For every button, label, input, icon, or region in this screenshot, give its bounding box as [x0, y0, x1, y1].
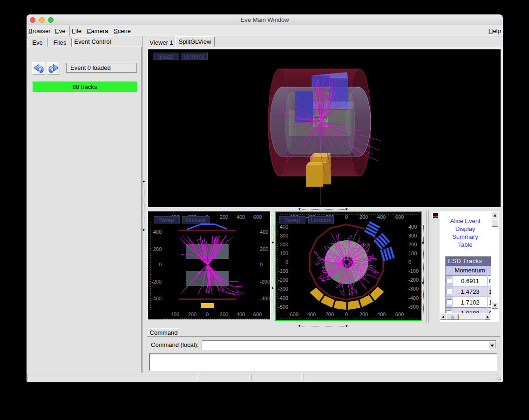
svg-text:600: 600 — [395, 312, 404, 317]
svg-text:100: 100 — [408, 251, 417, 256]
svg-text:-500: -500 — [278, 304, 288, 310]
svg-text:-200: -200 — [151, 279, 162, 285]
svg-text:-200: -200 — [186, 312, 197, 317]
svg-text:-200: -200 — [278, 277, 288, 283]
svg-text:-600: -600 — [288, 312, 298, 317]
svg-text:-400: -400 — [408, 295, 419, 301]
svg-text:400: 400 — [280, 224, 288, 230]
svg-text:400: 400 — [377, 312, 386, 317]
svg-text:0: 0 — [260, 262, 263, 267]
svg-text:-400: -400 — [278, 295, 288, 301]
svg-text:-400: -400 — [260, 296, 270, 301]
svg-text:-100: -100 — [408, 268, 419, 274]
svg-text:200: 200 — [220, 312, 228, 317]
svg-text:200: 200 — [359, 312, 368, 317]
svg-text:-400: -400 — [151, 296, 162, 301]
svg-text:400: 400 — [153, 229, 162, 235]
svg-text:400: 400 — [237, 214, 245, 220]
svg-text:600: 600 — [253, 312, 262, 317]
svg-text:200: 200 — [220, 214, 228, 220]
svg-text:-100: -100 — [278, 268, 288, 274]
svg-text:400: 400 — [377, 214, 386, 220]
svg-text:-300: -300 — [408, 286, 419, 291]
svg-text:200: 200 — [408, 242, 417, 247]
svg-text:200: 200 — [359, 214, 368, 220]
svg-text:0: 0 — [345, 312, 348, 317]
svg-text:200: 200 — [280, 242, 288, 247]
svg-text:0: 0 — [408, 259, 411, 265]
svg-text:400: 400 — [260, 229, 268, 235]
svg-text:0: 0 — [285, 259, 288, 265]
svg-text:-200: -200 — [324, 312, 334, 317]
svg-text:400: 400 — [237, 312, 245, 317]
svg-text:-500: -500 — [408, 304, 419, 310]
svg-text:100: 100 — [280, 251, 288, 256]
svg-text:-200: -200 — [260, 279, 270, 285]
svg-text:0: 0 — [206, 312, 209, 317]
svg-text:200: 200 — [260, 246, 268, 252]
svg-text:300: 300 — [408, 233, 417, 238]
svg-text:-200: -200 — [408, 277, 419, 283]
svg-text:-300: -300 — [278, 286, 288, 291]
svg-text:-400: -400 — [169, 312, 179, 317]
svg-text:300: 300 — [280, 233, 288, 238]
svg-text:600: 600 — [253, 214, 262, 220]
svg-text:200: 200 — [153, 246, 162, 252]
svg-text:400: 400 — [408, 224, 417, 230]
svg-text:0: 0 — [159, 262, 162, 267]
svg-text:-400: -400 — [305, 312, 316, 317]
